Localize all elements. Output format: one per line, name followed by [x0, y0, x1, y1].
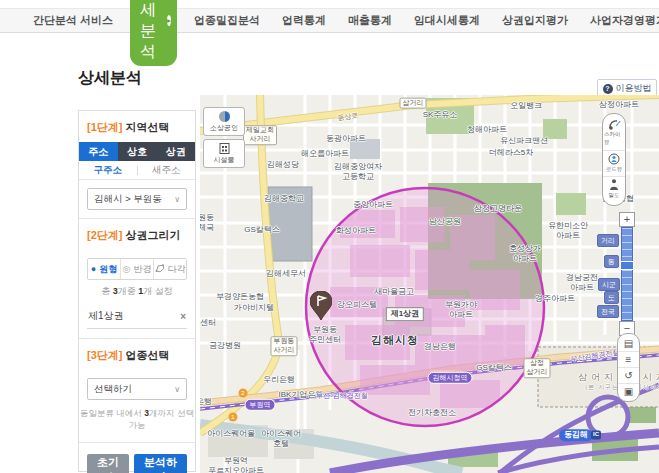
map-label: 부원가야 아파트	[445, 300, 477, 319]
nav-item-simple-analysis[interactable]: 간단분석 서비스	[22, 13, 124, 28]
map-label: 아이스퀘어몰	[207, 429, 255, 439]
semas-logo-icon	[219, 111, 230, 122]
subtab-old-address[interactable]: 구주소	[79, 164, 137, 177]
analyze-button[interactable]: 분석하기	[134, 454, 187, 473]
density-button[interactable]: 밀도	[603, 176, 625, 202]
zoom-slider-track[interactable]	[621, 227, 633, 321]
nav-item-business-age-stats[interactable]: 업력통계	[271, 13, 337, 28]
density-label: 밀도	[609, 191, 620, 199]
step1-heading: [1단계]지역선택	[79, 111, 195, 142]
map-label: 아이스퀘어 호텔	[261, 429, 301, 448]
subtab-new-address[interactable]: 새주소	[138, 164, 196, 177]
map-labels-layer: 삼거리SK주유소오일뱅크삼정아파트제일교회 사거리동상로동광아파트해오름아파트청…	[200, 95, 659, 473]
map-label: 부원동 주민센터	[309, 325, 341, 344]
map-label: 김해시청역	[428, 372, 473, 384]
satellite-dish-icon	[608, 119, 621, 130]
trade-area-pin-marker[interactable]	[310, 291, 332, 321]
small-business-layer-button[interactable]: 소상공인	[203, 107, 245, 136]
map-label: 중앙아파트	[353, 200, 393, 210]
zoom-level-street[interactable]: 거리	[597, 234, 619, 247]
question-mark-icon: ?	[603, 84, 613, 94]
select-area-icon[interactable]: ▣	[618, 383, 639, 399]
map-label: 삼정아파트	[599, 100, 639, 110]
nav-item-density-analysis[interactable]: 업종밀집분석	[183, 13, 271, 28]
filled-circle-icon: ●	[91, 264, 96, 274]
roadview-label: 로드뷰	[606, 165, 622, 173]
draw-mode-group: ● 원형 ◎ 반경 다각	[87, 258, 187, 280]
map-label: 강오피스텔	[337, 300, 377, 310]
zoom-level-nation[interactable]: 전국	[597, 305, 619, 318]
list-icon[interactable]: ≡	[618, 351, 639, 367]
map-label: 청해아파트	[467, 125, 507, 135]
map-left-controls: 소상공인 시설물	[203, 107, 245, 171]
map-label: 김해세무서	[266, 269, 306, 279]
facilities-layer-button[interactable]: 시설물	[203, 139, 245, 168]
trade-area-list-item: 제1상권 ×	[87, 304, 187, 329]
panel-footer: 초기화 분석하기	[87, 454, 187, 473]
nav-item-sales-stats[interactable]: 매출통계	[337, 13, 403, 28]
zoom-level-dong[interactable]: 동	[604, 255, 619, 268]
roadview-icon	[608, 153, 620, 165]
city-hall-label: 김해시청	[371, 334, 419, 347]
region-select[interactable]: 김해시 > 부원동 ∨	[87, 188, 187, 210]
map-label: 1	[229, 413, 238, 422]
map-label: 유한미소안 아파트	[548, 221, 588, 240]
tab-store-name[interactable]: 상호	[118, 142, 157, 161]
dong-gimhae-ic-label: 동김해	[559, 429, 593, 441]
zoom-slider-handle[interactable]	[620, 261, 634, 270]
draw-mode-circle[interactable]: ● 원형	[88, 259, 120, 279]
map-label: 우리은행	[263, 375, 295, 385]
map-label: 김해성당	[267, 160, 299, 170]
map-label: 부산-김해경전철	[316, 392, 367, 400]
nav-item-location-rating[interactable]: 상권입지평가	[491, 13, 579, 28]
skyview-label: 스카이뷰	[604, 131, 624, 147]
nav-item-detail-analysis-active[interactable]: 상세분석 ▸	[130, 0, 177, 66]
map-label: 유신파크맨션	[500, 136, 548, 146]
map-label: 경남궁전 아파트	[566, 273, 598, 292]
tab-address[interactable]: 주소	[79, 142, 118, 161]
roadview-button[interactable]: 로드뷰	[603, 150, 625, 176]
chevron-down-icon: ∨	[174, 195, 180, 204]
step2-badge: [2단계]	[87, 229, 122, 241]
draw-mode-radius[interactable]: ◎ 반경	[120, 259, 153, 279]
map-label: 부경양돈농협	[216, 292, 264, 302]
map-label: 경남은행	[200, 397, 212, 407]
tab-trade-area[interactable]: 상권	[156, 142, 195, 161]
zoom-control: + −	[619, 212, 635, 336]
map-label: 오일뱅크	[510, 101, 542, 111]
industry-select[interactable]: 선택하기 ∨	[87, 378, 187, 400]
remove-area-icon[interactable]: ×	[180, 311, 186, 322]
map-tools: ▤ ≡ ↺ ▣	[617, 333, 640, 402]
nav-arrow-circle-icon: ▸	[167, 15, 171, 26]
map-canvas[interactable]: 삼거리SK주유소오일뱅크삼정아파트제일교회 사거리동상로동광아파트해오름아파트청…	[200, 95, 659, 473]
map-label: 전기차충전소	[408, 408, 456, 418]
step3-badge: [3단계]	[87, 349, 122, 361]
step2-heading: [2단계]상권그리기	[79, 219, 195, 250]
concentric-circle-icon: ◎	[123, 264, 131, 274]
skyview-button[interactable]: 스카이뷰	[603, 117, 625, 150]
map-label: 치안센터	[200, 318, 216, 328]
map-label: 동상로	[337, 111, 359, 123]
nav-item-management-rating[interactable]: 사업자경영평가	[579, 13, 659, 28]
reset-button[interactable]: 초기화	[87, 454, 129, 473]
address-type-subtabs: 구주소 새주소	[79, 161, 195, 180]
map-label: 동광아파트	[326, 134, 366, 144]
map-label: 더헤라스5차	[489, 148, 533, 158]
map-label: 경남은행	[424, 342, 456, 352]
map-label: 김해중앙여자 고등학교	[334, 162, 382, 181]
rotate-icon[interactable]: ↺	[618, 367, 639, 383]
zoom-level-province[interactable]: 도	[604, 291, 619, 304]
step3-heading: [3단계]업종선택	[79, 339, 195, 370]
map-label: 금강병원	[209, 341, 241, 351]
zoom-level-city[interactable]: 시군	[598, 278, 620, 291]
map-label: 부원역	[245, 399, 276, 411]
section-divider	[79, 442, 195, 443]
zoom-in-button[interactable]: +	[619, 212, 635, 227]
person-icon	[609, 179, 619, 191]
layers-icon[interactable]: ▤	[618, 336, 639, 351]
map-label: 경주아파트	[535, 294, 575, 304]
nav-item-rent-stats[interactable]: 임대시세통계	[403, 13, 491, 28]
trade-area-1-label: 제1상권	[386, 307, 424, 321]
draw-mode-polygon[interactable]: 다각	[153, 259, 186, 279]
map-label: 삼정고명타운	[474, 204, 522, 214]
